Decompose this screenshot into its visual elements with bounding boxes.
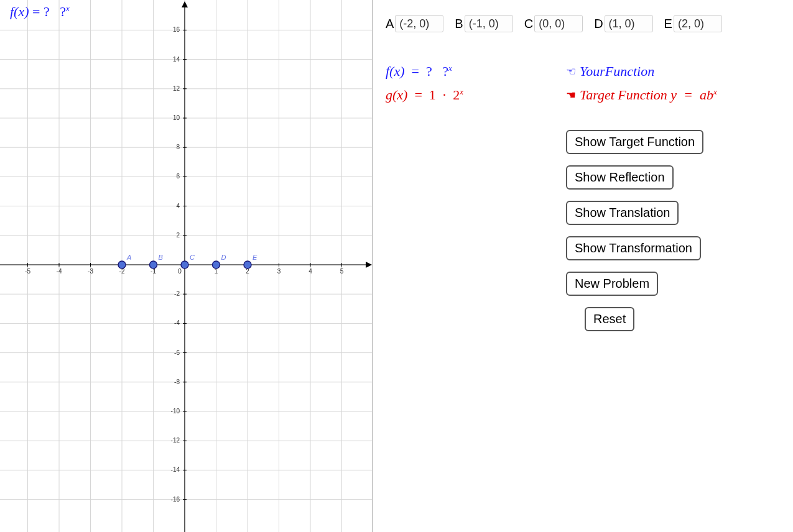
points-row: A B C D E bbox=[386, 15, 781, 32]
svg-text:-14: -14 bbox=[171, 466, 180, 473]
svg-text:4: 4 bbox=[308, 268, 312, 275]
fx-lhs: f(x) bbox=[10, 4, 29, 19]
svg-text:14: 14 bbox=[173, 56, 180, 63]
point-d-label: D bbox=[594, 17, 603, 31]
point-a-label: A bbox=[386, 17, 394, 31]
svg-text:0: 0 bbox=[178, 268, 182, 275]
svg-text:-2: -2 bbox=[174, 290, 180, 297]
fx-exp: x bbox=[66, 4, 70, 13]
new-problem-button[interactable]: New Problem bbox=[566, 272, 658, 296]
graph-point[interactable] bbox=[244, 261, 251, 268]
fx-b: ? bbox=[60, 4, 66, 19]
svg-text:5: 5 bbox=[340, 268, 344, 275]
svg-text:2: 2 bbox=[176, 232, 180, 239]
point-c-input[interactable] bbox=[534, 15, 583, 32]
svg-text:-10: -10 bbox=[171, 408, 180, 415]
svg-text:12: 12 bbox=[173, 85, 180, 92]
svg-text:-6: -6 bbox=[174, 349, 180, 356]
controls-panel: A B C D E f(x) bbox=[373, 0, 793, 532]
formula-f: f(x) = ? ?x bbox=[386, 63, 535, 80]
show-translation-button[interactable]: Show Translation bbox=[566, 201, 679, 225]
point-d-input[interactable] bbox=[605, 15, 653, 32]
legend-your-function: ☜ YourFunction bbox=[566, 63, 781, 80]
svg-text:8: 8 bbox=[176, 144, 180, 150]
formula-g: g(x) = 1 · 2x bbox=[386, 87, 535, 103]
svg-text:4: 4 bbox=[176, 203, 180, 209]
point-b-label: B bbox=[455, 17, 463, 31]
legend-target-function: ☚ Target Function y = abx bbox=[566, 87, 781, 103]
svg-text:-16: -16 bbox=[171, 496, 180, 503]
show-reflection-button[interactable]: Show Reflection bbox=[566, 165, 674, 190]
point-c-label: C bbox=[524, 17, 533, 31]
show-transformation-button[interactable]: Show Transformation bbox=[566, 236, 701, 260]
svg-text:D: D bbox=[221, 254, 226, 261]
svg-text:B: B bbox=[159, 254, 163, 261]
point-e-input[interactable] bbox=[674, 15, 722, 32]
svg-marker-32 bbox=[182, 1, 188, 7]
svg-text:3: 3 bbox=[277, 268, 281, 275]
graph-point[interactable] bbox=[181, 261, 188, 268]
coordinate-grid: -5-4-3-2-1123450-16-14-12-10-8-6-4-22468… bbox=[0, 0, 373, 532]
svg-text:10: 10 bbox=[173, 114, 180, 121]
point-a-input[interactable] bbox=[395, 15, 443, 32]
svg-text:-5: -5 bbox=[25, 268, 30, 275]
svg-text:E: E bbox=[253, 254, 257, 261]
hand-left-icon: ☜ bbox=[566, 66, 576, 77]
svg-text:-4: -4 bbox=[174, 319, 180, 326]
svg-text:-8: -8 bbox=[174, 378, 180, 385]
hand-left-icon: ☚ bbox=[566, 89, 576, 101]
svg-marker-31 bbox=[366, 262, 372, 268]
svg-text:6: 6 bbox=[176, 173, 180, 180]
graph-panel[interactable]: -5-4-3-2-1123450-16-14-12-10-8-6-4-22468… bbox=[0, 0, 373, 532]
button-column: Show Target Function Show Reflection Sho… bbox=[566, 130, 781, 331]
svg-text:A: A bbox=[126, 254, 131, 261]
graph-point[interactable] bbox=[150, 261, 157, 268]
svg-text:-4: -4 bbox=[57, 268, 62, 275]
show-target-button[interactable]: Show Target Function bbox=[566, 130, 703, 154]
fx-a: ? bbox=[44, 4, 50, 19]
svg-text:-12: -12 bbox=[171, 437, 180, 444]
svg-text:16: 16 bbox=[173, 26, 180, 33]
point-e-label: E bbox=[664, 17, 672, 31]
svg-text:-3: -3 bbox=[88, 268, 93, 275]
reset-button[interactable]: Reset bbox=[585, 307, 634, 331]
svg-text:C: C bbox=[190, 254, 195, 261]
fx-overlay: f(x) = ? ?x bbox=[10, 4, 70, 20]
fx-eq: = bbox=[32, 4, 40, 19]
graph-point[interactable] bbox=[118, 261, 126, 268]
point-b-input[interactable] bbox=[465, 15, 513, 32]
graph-point[interactable] bbox=[213, 261, 220, 268]
